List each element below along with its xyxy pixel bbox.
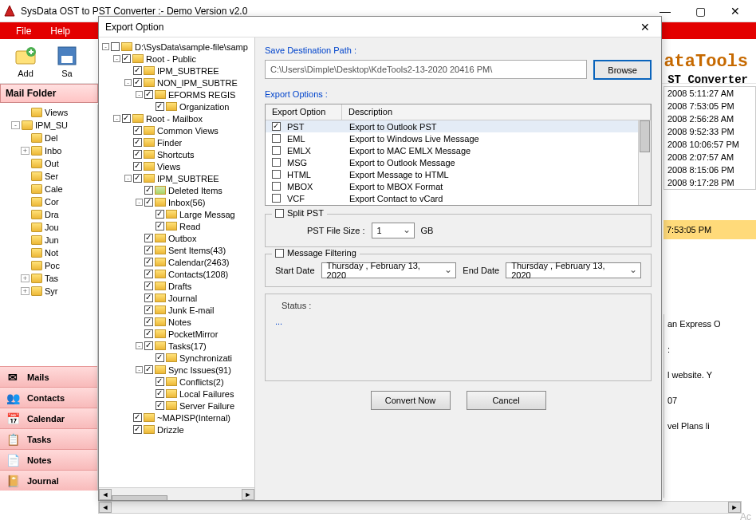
horizontal-scrollbar[interactable]: ◄ ► (98, 501, 742, 514)
tree-item[interactable]: Dra (2, 208, 96, 221)
tree-item[interactable]: Server Failure (102, 400, 254, 412)
list-item[interactable]: 2008 8:15:06 PM (664, 164, 755, 176)
tree-item[interactable]: -Root - Public (102, 53, 254, 65)
tree-item[interactable]: Calendar(2463) (102, 256, 254, 268)
tree-item[interactable]: Organization (102, 100, 254, 112)
scroll-left-icon[interactable]: ◄ (99, 502, 112, 513)
nav-journal[interactable]: 📔Journal (0, 470, 97, 491)
convert-now-button[interactable]: Convert Now (371, 391, 451, 410)
tree-item[interactable]: +Syr (2, 285, 96, 298)
tree-item[interactable]: Poc (2, 259, 96, 272)
tree-item[interactable]: Contacts(1208) (102, 268, 254, 280)
tree-item[interactable]: -NON_IPM_SUBTRE (102, 77, 254, 89)
folder-tree[interactable]: Views-IPM_SUDel+InboOutSerCaleCorDraJouJ… (0, 104, 97, 366)
tree-item[interactable]: Jou (2, 221, 96, 234)
option-checkbox[interactable] (272, 182, 281, 191)
tree-item[interactable]: Read (102, 220, 254, 232)
export-option-msg[interactable]: MSGExport to Outlook Message (266, 156, 651, 168)
add-button[interactable]: Add (6, 41, 45, 82)
tree-item[interactable]: -D:\SysData\sample-file\samp (102, 41, 254, 53)
export-option-emlx[interactable]: EMLXExport to MAC EMLX Message (266, 144, 651, 156)
tree-item[interactable]: -IPM_SU (2, 119, 96, 132)
tree-hscrollbar[interactable]: ◄ ► (99, 487, 254, 500)
tree-item[interactable]: Large Messag (102, 208, 254, 220)
tree-item[interactable]: Drafts (102, 280, 254, 292)
tree-item[interactable]: Common Views (102, 124, 254, 136)
tree-item[interactable]: -Tasks(17) (102, 340, 254, 352)
export-option-eml[interactable]: EMLExport to Windows Live Message (266, 132, 651, 144)
nav-mails[interactable]: ✉Mails (0, 366, 97, 387)
option-checkbox[interactable] (272, 122, 281, 131)
tree-item[interactable]: Junk E-mail (102, 304, 254, 316)
end-date-picker[interactable]: Thursday , February 13, 2020 (506, 262, 641, 278)
maximize-button[interactable]: ▢ (683, 0, 718, 22)
save-button[interactable]: Sa (48, 41, 86, 82)
tree-item[interactable]: PocketMirror (102, 328, 254, 340)
list-item[interactable]: 2008 9:52:33 PM (664, 125, 755, 138)
option-checkbox[interactable] (272, 194, 281, 203)
tree-item[interactable]: Outbox (102, 232, 254, 244)
list-item[interactable]: 2008 2:56:28 AM (664, 112, 755, 125)
option-checkbox[interactable] (272, 146, 281, 155)
tree-item[interactable]: Views (2, 106, 96, 119)
export-option-html[interactable]: HTMLExport Message to HTML (266, 168, 651, 180)
tree-item[interactable]: Drizzle (102, 424, 254, 435)
tree-item[interactable]: +Inbo (2, 144, 96, 157)
export-option-pst[interactable]: PSTExport to Outlook PST (266, 120, 651, 132)
nav-notes[interactable]: 📄Notes (0, 449, 97, 470)
export-option-mbox[interactable]: MBOXExport to MBOX Format (266, 180, 651, 192)
tree-item[interactable]: Deleted Items (102, 184, 254, 196)
list-item[interactable]: 2008 2:07:57 AM (664, 151, 755, 164)
tree-item[interactable]: Not (2, 246, 96, 259)
tree-item[interactable]: -Root - Mailbox (102, 112, 254, 124)
dialog-close-button[interactable]: ✕ (636, 19, 655, 35)
options-vscrollbar[interactable] (638, 120, 651, 205)
highlighted-row[interactable]: 7:53:05 PM (663, 220, 756, 244)
pst-size-select[interactable]: 1 (372, 223, 415, 238)
export-option-vcf[interactable]: VCFExport Contact to vCard (266, 192, 651, 204)
col-description[interactable]: Description (342, 104, 651, 120)
scroll-right-icon[interactable]: ► (728, 502, 741, 513)
option-checkbox[interactable] (272, 170, 281, 179)
scroll-left-icon[interactable]: ◄ (99, 489, 112, 500)
message-filtering-checkbox[interactable] (275, 249, 284, 258)
list-item[interactable]: 2008 9:17:28 PM (664, 176, 755, 189)
list-item[interactable]: 2008 7:53:05 PM (664, 100, 755, 112)
tree-item[interactable]: Cale (2, 183, 96, 195)
tree-item[interactable]: -Inbox(56) (102, 196, 254, 208)
nav-contacts[interactable]: 👥Contacts (0, 387, 97, 408)
tree-item[interactable]: -EFORMS REGIS (102, 89, 254, 100)
tree-item[interactable]: ~MAPISP(Internal) (102, 412, 254, 424)
menu-help[interactable]: Help (41, 22, 80, 39)
tree-item[interactable]: Out (2, 157, 96, 170)
tree-item[interactable]: +Tas (2, 272, 96, 285)
tree-item[interactable]: -Sync Issues(91) (102, 364, 254, 376)
start-date-picker[interactable]: Thursday , February 13, 2020 (321, 262, 457, 278)
nav-tasks[interactable]: 📋Tasks (0, 428, 97, 449)
tree-item[interactable]: Jun (2, 234, 96, 246)
split-pst-checkbox[interactable] (275, 209, 284, 218)
tree-item[interactable]: -IPM_SUBTREE (102, 172, 254, 184)
tree-item[interactable]: Journal (102, 292, 254, 304)
list-item[interactable]: 2008 10:06:57 PM (664, 138, 755, 151)
tree-item[interactable]: Sent Items(43) (102, 244, 254, 256)
scroll-right-icon[interactable]: ► (242, 489, 254, 500)
tree-item[interactable]: Notes (102, 316, 254, 328)
tree-item[interactable]: Synchronizati (102, 352, 254, 364)
tree-item[interactable]: Del (2, 132, 96, 144)
cancel-button[interactable]: Cancel (467, 391, 546, 410)
message-list-partial[interactable]: 2008 5:11:27 AM2008 7:53:05 PM2008 2:56:… (663, 86, 756, 190)
dialog-folder-tree[interactable]: -D:\SysData\sample-file\samp-Root - Publ… (99, 37, 255, 500)
tree-item[interactable]: Finder (102, 136, 254, 148)
tree-item[interactable]: Cor (2, 195, 96, 208)
close-button[interactable]: ✕ (718, 0, 753, 22)
tree-item[interactable]: IPM_SUBTREE (102, 65, 254, 77)
tree-item[interactable]: Views (102, 160, 254, 172)
browse-button[interactable]: Browse (593, 60, 652, 80)
option-checkbox[interactable] (272, 134, 281, 143)
option-checkbox[interactable] (272, 158, 281, 167)
menu-file[interactable]: File (6, 22, 41, 39)
col-export-option[interactable]: Export Option (266, 104, 342, 120)
destination-path-input[interactable]: C:\Users\Dimple\Desktop\KdeTools2-13-202… (265, 60, 587, 79)
tree-item[interactable]: Shortcuts (102, 148, 254, 160)
